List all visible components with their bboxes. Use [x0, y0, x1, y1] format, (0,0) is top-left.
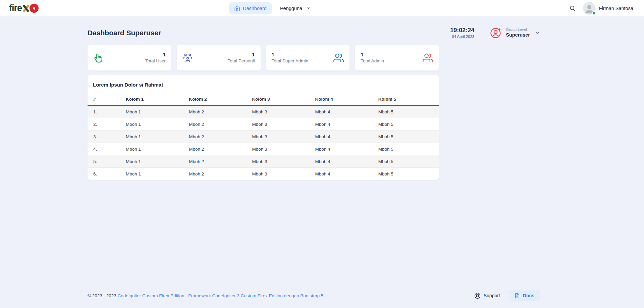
navbar: fire Dashboard Pengguna — [0, 0, 644, 17]
stat-label: Total Admin — [361, 58, 384, 64]
column-header: Kolom 3 — [249, 93, 312, 106]
nav-item-label: Dashboard — [243, 6, 267, 11]
support-label: Support — [484, 293, 500, 298]
codeigniter-flame-icon — [30, 4, 39, 13]
stat-card-total-super-admin: 1 Total Super Admin — [266, 45, 350, 70]
table-cell: Mboh 3 — [249, 143, 312, 155]
main-content: Dashboard Superuser 19:02:24 04 April 20… — [0, 17, 644, 284]
support-link[interactable]: Support — [474, 293, 500, 299]
avatar — [583, 2, 596, 15]
stats-row: 1 Total User 1 Tota — [88, 45, 439, 70]
table-row: 6.Mboh 1Mboh 2Mboh 3Mboh 4Mboh 5 — [88, 168, 439, 180]
footer: © 2023 - 2023 CodeIgniter Custom Firex E… — [0, 284, 644, 308]
table-cell: Mboh 2 — [186, 106, 249, 118]
page-header: Dashboard Superuser 19:02:24 04 April 20… — [88, 24, 540, 42]
table-row: 2.Mboh 1Mboh 2Mboh 3Mboh 4Mboh 5 — [88, 118, 439, 131]
table-cell: Mboh 2 — [186, 143, 249, 155]
page-title: Dashboard Superuser — [88, 29, 161, 37]
table-cell: Mboh 1 — [123, 168, 186, 180]
table-cell: 6. — [88, 168, 123, 180]
table-cell: Mboh 2 — [186, 131, 249, 143]
table-cell: Mboh 2 — [186, 118, 249, 131]
table-row: 1.Mboh 1Mboh 2Mboh 3Mboh 4Mboh 5 — [88, 106, 439, 118]
docs-button[interactable]: Docs — [509, 290, 540, 301]
group-level-label: Group Level — [506, 28, 530, 32]
user-menu[interactable]: Firman Santosa — [583, 2, 633, 15]
copyright: © 2023 - 2023 CodeIgniter Custom Firex E… — [88, 293, 323, 298]
table-cell: Mboh 2 — [186, 155, 249, 168]
clock-time: 19:02:24 — [450, 27, 474, 34]
stat-value: 1 — [272, 51, 309, 58]
clock-date: 04 April 2023 — [450, 35, 474, 39]
user-gear-icon — [489, 27, 502, 39]
table-cell: Mboh 2 — [186, 168, 249, 180]
table-cell: Mboh 1 — [123, 118, 186, 131]
table-cell: Mboh 4 — [313, 168, 376, 180]
nav-item-pengguna[interactable]: Pengguna — [275, 3, 316, 14]
copyright-text: © 2023 - 2023 — [88, 293, 118, 298]
stat-value: 1 — [361, 51, 384, 58]
table-cell: Mboh 5 — [376, 168, 439, 180]
users-icon — [333, 53, 344, 63]
table-cell: Mboh 5 — [376, 106, 439, 118]
stat-card-total-admin: 1 Total Admin — [355, 45, 439, 70]
hand-finger-icon — [93, 53, 104, 63]
clock: 19:02:24 04 April 2023 — [450, 27, 474, 39]
table-cell: 2. — [88, 118, 123, 131]
file-text-icon — [515, 293, 520, 298]
main-nav: Dashboard Pengguna — [229, 0, 316, 16]
column-header: Kolom 5 — [376, 93, 439, 106]
logo-text: fire — [9, 3, 22, 13]
nav-item-label: Pengguna — [280, 6, 302, 11]
vertical-divider — [482, 26, 482, 40]
table-cell: Mboh 1 — [123, 131, 186, 143]
search-icon[interactable] — [569, 5, 576, 11]
users-group-icon — [182, 53, 193, 63]
table-body: 1.Mboh 1Mboh 2Mboh 3Mboh 4Mboh 52.Mboh 1… — [88, 106, 439, 180]
home-icon — [234, 5, 240, 11]
nav-item-dashboard[interactable]: Dashboard — [229, 2, 272, 14]
app-logo[interactable]: fire — [9, 3, 39, 13]
table-cell: Mboh 3 — [249, 168, 312, 180]
stat-value: 1 — [145, 51, 166, 58]
online-status-dot — [592, 11, 596, 15]
column-header: # — [88, 93, 123, 106]
user-name: Firman Santosa — [599, 6, 633, 11]
navbar-right: Firman Santosa — [569, 2, 633, 15]
table-cell: Mboh 1 — [123, 106, 186, 118]
stat-card-total-user: 1 Total User — [88, 45, 171, 70]
table-cell: Mboh 5 — [376, 118, 439, 131]
table-cell: 5. — [88, 155, 123, 168]
table-cell: Mboh 5 — [376, 155, 439, 168]
table-cell: Mboh 4 — [313, 118, 376, 131]
stat-card-total-personil: 1 Total Personil — [177, 45, 261, 70]
table-cell: Mboh 3 — [249, 118, 312, 131]
stat-label: Total User — [145, 58, 166, 64]
group-level-dropdown[interactable]: Group Level Superuser — [489, 27, 540, 39]
table-cell: 1. — [88, 106, 123, 118]
chevron-down-icon — [306, 6, 311, 10]
table-row: 3.Mboh 1Mboh 2Mboh 3Mboh 4Mboh 5 — [88, 131, 439, 143]
logo-x-icon — [22, 4, 30, 13]
table-header-row: #Kolom 1Kolom 2Kolom 3Kolom 4Kolom 5 — [88, 93, 439, 106]
table-card: Lorem Ipsun Dolor si Rahmat #Kolom 1Kolo… — [88, 75, 439, 180]
table-card-title: Lorem Ipsun Dolor si Rahmat — [88, 75, 439, 93]
table-cell: Mboh 4 — [313, 106, 376, 118]
table-cell: Mboh 1 — [123, 155, 186, 168]
table-cell: Mboh 1 — [123, 143, 186, 155]
lifebuoy-icon — [474, 293, 481, 299]
table-cell: 3. — [88, 131, 123, 143]
table-cell: Mboh 5 — [376, 131, 439, 143]
table-cell: Mboh 4 — [313, 131, 376, 143]
users-icon — [423, 53, 433, 63]
column-header: Kolom 4 — [313, 93, 376, 106]
table-cell: Mboh 3 — [249, 106, 312, 118]
stat-label: Total Super Admin — [272, 58, 309, 64]
column-header: Kolom 1 — [123, 93, 186, 106]
table-cell: Mboh 3 — [249, 131, 312, 143]
stat-value: 1 — [227, 51, 255, 58]
group-level-value: Superuser — [506, 32, 530, 38]
table-cell: Mboh 4 — [313, 155, 376, 168]
framework-link[interactable]: CodeIgniter Custom Firex Edition - Frame… — [118, 293, 324, 298]
table-cell: 4. — [88, 143, 123, 155]
